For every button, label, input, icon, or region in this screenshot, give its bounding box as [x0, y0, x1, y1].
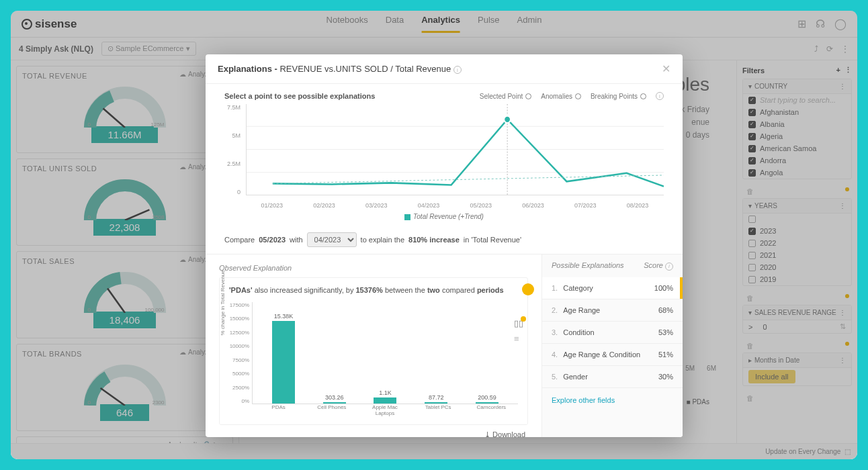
modal-title: Explanations - REVENUE vs.UNITS SOLD / T… — [218, 64, 462, 75]
possible-item[interactable]: 5.Gender30% — [542, 366, 683, 388]
legend-selected: Selected Point — [480, 92, 532, 100]
download-link[interactable]: ⤓ Download — [219, 425, 528, 437]
possible-header: Possible Explanations — [552, 261, 624, 271]
chart-legend: Total Revenue (+Trend) — [224, 213, 664, 220]
compare-a: 05/2023 — [259, 236, 286, 244]
explore-link[interactable]: Explore other fields — [542, 388, 683, 412]
observed-header: Observed Explanation — [219, 261, 528, 277]
compare-row: Compare 05/2023 with 04/2023 to explain … — [206, 226, 683, 254]
close-icon[interactable]: ✕ — [662, 62, 670, 75]
possible-item[interactable]: 1.Category100% — [542, 277, 683, 299]
possible-item[interactable]: 3.Condition53% — [542, 322, 683, 344]
badge-icon — [522, 283, 534, 295]
possible-item[interactable]: 2.Age Range68% — [542, 299, 683, 322]
observed-explanation: 'PDAs' also increased significantly, by … — [219, 277, 528, 425]
explanations-modal: Explanations - REVENUE vs.UNITS SOLD / T… — [206, 54, 683, 437]
svg-point-8 — [504, 116, 511, 123]
bar-chart[interactable]: % change in Total Revenue 17500%15000%12… — [249, 302, 518, 416]
instruction-text: Select a point to see possible explanati… — [224, 92, 375, 100]
legend-anomalies: Anomalies — [541, 92, 581, 100]
info-icon[interactable]: i — [453, 66, 462, 74]
line-chart[interactable]: 7.5M5M2.5M0 01/202302/202303/202304/2023… — [241, 104, 664, 211]
legend-breaking: Breaking Points — [591, 92, 646, 100]
info-icon[interactable]: i — [656, 92, 664, 100]
possible-item[interactable]: 4.Age Range & Condition51% — [542, 344, 683, 366]
compare-dropdown[interactable]: 04/2023 — [307, 232, 357, 247]
info-icon[interactable]: i — [665, 263, 673, 271]
